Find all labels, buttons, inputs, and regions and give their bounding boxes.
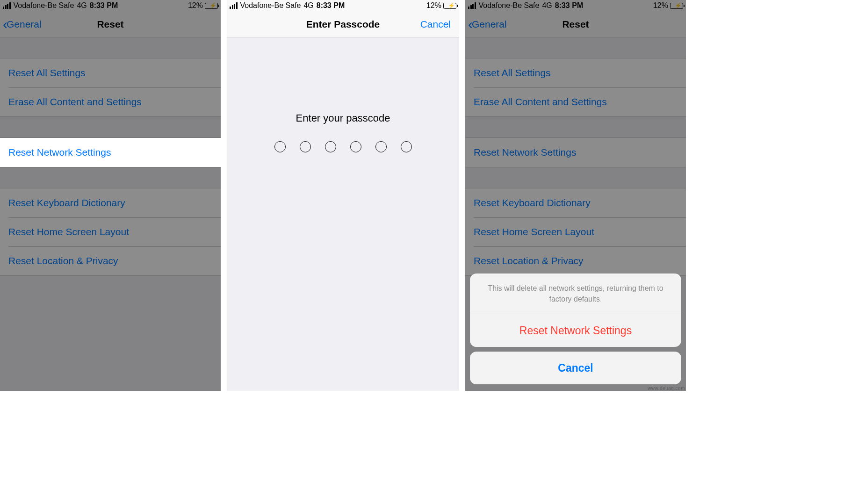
reset-keyboard-dictionary[interactable]: Reset Keyboard Dictionary [0,188,221,217]
battery-pct: 12% [653,1,668,10]
back-label: General [7,19,42,30]
status-bar: Vodafone-Be Safe 4G 8:33 PM 12% ⚡ [465,0,686,11]
signal-icon [230,2,238,9]
reset-location-privacy[interactable]: Reset Location & Privacy [0,246,221,275]
signal-icon [3,2,11,9]
passcode-prompt: Enter your passcode [227,112,459,124]
back-button[interactable]: ‹ General [3,17,42,31]
reset-all-settings[interactable]: Reset All Settings [0,58,221,87]
sheet-cancel-button[interactable]: Cancel [470,352,681,384]
passcode-dot [375,141,387,152]
nav-bar: ‹ General Reset [465,11,686,37]
battery-icon: ⚡ [670,3,683,9]
reset-keyboard-dictionary[interactable]: Reset Keyboard Dictionary [465,188,686,217]
status-bar: Vodafone-Be Safe 4G 8:33 PM 12% ⚡ [227,0,459,11]
back-button[interactable]: ‹ General [468,17,507,31]
carrier-label: Vodafone-Be Safe [479,1,540,10]
screenshot-enter-passcode: Vodafone-Be Safe 4G 8:33 PM 12% ⚡ Enter … [227,0,459,391]
passcode-dot [300,141,311,152]
battery-pct: 12% [426,1,441,10]
reset-home-screen-layout[interactable]: Reset Home Screen Layout [0,217,221,246]
battery-pct: 12% [188,1,203,10]
network-label: 4G [303,1,313,10]
action-sheet: This will delete all network settings, r… [470,274,681,389]
sheet-message: This will delete all network settings, r… [470,274,681,314]
reset-network-settings[interactable]: Reset Network Settings [0,138,221,167]
battery-icon: ⚡ [443,3,456,9]
confirm-reset-network-button[interactable]: Reset Network Settings [470,314,681,347]
passcode-dot [401,141,412,152]
reset-group-1: Reset All Settings Erase All Content and… [0,58,221,117]
passcode-dot [350,141,361,152]
reset-all-settings[interactable]: Reset All Settings [465,58,686,87]
reset-group-2: Reset Network Settings [0,137,221,167]
nav-bar: ‹ General Reset [0,11,221,37]
erase-all-content[interactable]: Erase All Content and Settings [465,87,686,116]
reset-home-screen-layout[interactable]: Reset Home Screen Layout [465,217,686,246]
reset-location-privacy[interactable]: Reset Location & Privacy [465,246,686,275]
back-label: General [472,19,507,30]
passcode-dots[interactable] [227,141,459,152]
erase-all-content[interactable]: Erase All Content and Settings [0,87,221,116]
reset-group-3: Reset Keyboard Dictionary Reset Home Scr… [0,188,221,276]
reset-group-1: Reset All Settings Erase All Content and… [465,58,686,117]
time-label: 8:33 PM [317,1,345,10]
time-label: 8:33 PM [90,1,118,10]
network-label: 4G [542,1,552,10]
reset-group-3: Reset Keyboard Dictionary Reset Home Scr… [465,188,686,276]
reset-group-2: Reset Network Settings [465,137,686,167]
passcode-dot [274,141,286,152]
screenshot-confirm-sheet: Vodafone-Be Safe 4G 8:33 PM 12% ⚡ ‹ Gene… [465,0,686,391]
reset-network-settings[interactable]: Reset Network Settings [465,138,686,167]
cancel-button[interactable]: Cancel [420,19,451,30]
watermark: www.deuaq.com [648,386,685,391]
passcode-dot [325,141,336,152]
carrier-label: Vodafone-Be Safe [240,1,301,10]
time-label: 8:33 PM [555,1,583,10]
carrier-label: Vodafone-Be Safe [14,1,74,10]
network-label: 4G [77,1,86,10]
nav-bar: Enter Passcode Cancel [227,11,459,37]
status-bar: Vodafone-Be Safe 4G 8:33 PM 12% ⚡ [0,0,221,11]
screenshot-reset-list: Vodafone-Be Safe 4G 8:33 PM 12% ⚡ ‹ Gene… [0,0,221,391]
battery-icon: ⚡ [205,3,218,9]
passcode-body: Enter your passcode [227,37,459,391]
signal-icon [468,2,476,9]
